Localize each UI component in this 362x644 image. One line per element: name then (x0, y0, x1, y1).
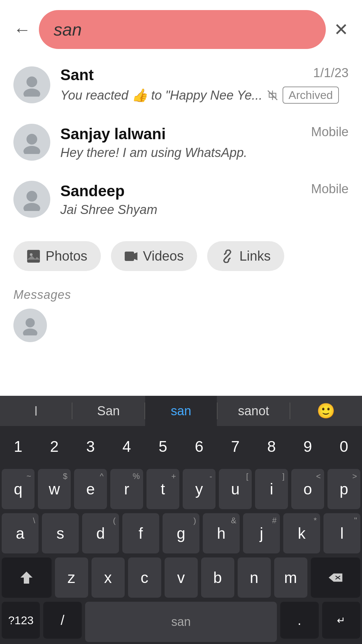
key-u[interactable]: [u (219, 469, 252, 509)
photos-label: Photos (46, 249, 87, 264)
suggestion-sanot[interactable]: sanot (218, 404, 289, 418)
videos-filter-button[interactable]: Videos (111, 241, 197, 271)
key-q[interactable]: ~q (2, 469, 35, 509)
contact-info-sant: Sant 1/1/23 You reacted 👍 to "Happy Nee … (60, 66, 349, 104)
contact-time-sanjay: Mobile (311, 125, 349, 139)
suggestion-san-lower[interactable]: san (145, 396, 217, 426)
key-9[interactable]: 9 (291, 428, 324, 465)
key-m[interactable]: m (274, 557, 307, 598)
back-button[interactable]: ← (13, 21, 31, 38)
search-input[interactable] (39, 10, 326, 49)
key-p[interactable]: >p (327, 469, 360, 509)
contact-name-sant: Sant (60, 66, 94, 84)
return-key[interactable]: ↵ (322, 602, 360, 639)
key-4[interactable]: 4 (110, 428, 143, 465)
key-k[interactable]: *k (283, 513, 320, 553)
contact-item-sanjay[interactable]: Sanjay lalwani Mobile Hey there! I am us… (0, 114, 362, 171)
archived-badge-sant: Archived (283, 87, 339, 104)
key-b[interactable]: b (201, 557, 234, 598)
key-h[interactable]: &h (203, 513, 240, 553)
svg-point-6 (23, 203, 40, 211)
key-v[interactable]: v (165, 557, 198, 598)
key-y[interactable]: -y (183, 469, 216, 509)
emoji-suggestion[interactable]: 🙂 (290, 402, 362, 420)
contact-time-sant: 1/1/23 (313, 66, 349, 80)
contact-preview-sanjay: Hey there! I am using WhatsApp. (60, 146, 349, 160)
key-8[interactable]: 8 (255, 428, 288, 465)
key-5[interactable]: 5 (146, 428, 179, 465)
backspace-key[interactable] (311, 557, 361, 598)
shift-key[interactable] (2, 557, 52, 598)
key-x[interactable]: x (92, 557, 125, 598)
messages-section: Messages (0, 281, 362, 345)
photos-filter-button[interactable]: Photos (13, 241, 101, 271)
contact-header-sant: Sant 1/1/23 (60, 66, 349, 84)
contact-name-sanjay: Sanjay lalwani (60, 125, 166, 143)
key-2[interactable]: 2 (38, 428, 71, 465)
slash-key[interactable]: / (43, 602, 81, 639)
keyboard: I San san sanot 🙂 1 2 3 4 5 6 7 8 9 0 ~q… (0, 396, 362, 644)
filter-row: Photos Videos Links (0, 231, 362, 281)
close-button[interactable]: ✕ (334, 19, 349, 40)
key-n[interactable]: n (238, 557, 271, 598)
contact-header-sandeep: Sandeep Mobile (60, 182, 349, 200)
photos-icon (27, 250, 40, 263)
contact-list: Sant 1/1/23 You reacted 👍 to "Happy Nee … (0, 56, 362, 228)
symbols-key[interactable]: ?123 (2, 602, 40, 639)
key-l[interactable]: "l (323, 513, 360, 553)
avatar (13, 66, 50, 103)
svg-point-8 (30, 253, 33, 256)
suggestion-san-capital[interactable]: San (72, 404, 144, 418)
cursor-suggestion[interactable]: I (0, 404, 72, 419)
svg-rect-7 (27, 250, 40, 263)
key-7[interactable]: 7 (219, 428, 252, 465)
key-0[interactable]: 0 (327, 428, 360, 465)
key-d[interactable]: (d (82, 513, 119, 553)
key-t[interactable]: +t (146, 469, 179, 509)
svg-point-13 (25, 318, 35, 327)
asdf-row: \a s (d f )g &h #j *k "l (0, 511, 362, 555)
contact-item-sandeep[interactable]: Sandeep Mobile Jai Shree Shyam (0, 171, 362, 228)
key-c[interactable]: c (128, 557, 161, 598)
header: ← ✕ (0, 0, 362, 56)
svg-line-12 (226, 255, 229, 258)
key-w[interactable]: $w (38, 469, 71, 509)
links-filter-button[interactable]: Links (207, 241, 284, 271)
svg-rect-10 (125, 252, 134, 261)
svg-point-1 (23, 89, 40, 97)
space-key[interactable]: san (85, 602, 277, 642)
key-1[interactable]: 1 (2, 428, 35, 465)
svg-point-5 (26, 191, 37, 202)
contact-info-sanjay: Sanjay lalwani Mobile Hey there! I am us… (60, 125, 349, 160)
zxcv-row: z x c v b n m (0, 555, 362, 600)
period-key[interactable]: . (280, 602, 318, 639)
key-6[interactable]: 6 (183, 428, 216, 465)
key-r[interactable]: %r (110, 469, 143, 509)
avatar (13, 124, 50, 161)
key-3[interactable]: 3 (74, 428, 107, 465)
messages-section-label: Messages (13, 288, 71, 302)
key-g[interactable]: )g (163, 513, 199, 553)
key-s[interactable]: s (42, 513, 79, 553)
key-a[interactable]: \a (2, 513, 39, 553)
svg-marker-15 (20, 572, 33, 584)
key-j[interactable]: #j (243, 513, 280, 553)
preview-text-sanjay: Hey there! I am using WhatsApp. (60, 146, 247, 160)
svg-marker-11 (134, 252, 137, 260)
key-e[interactable]: ^e (74, 469, 107, 509)
key-o[interactable]: <o (291, 469, 324, 509)
svg-point-3 (26, 134, 37, 145)
links-icon (221, 250, 234, 263)
message-preview[interactable] (13, 309, 349, 342)
key-i[interactable]: ]i (255, 469, 288, 509)
key-f[interactable]: f (122, 513, 159, 553)
cursor-icon: I (34, 404, 38, 419)
qwerty-row: ~q $w ^e %r +t -y [u ]i <o >p (0, 467, 362, 511)
suggestions-row: I San san sanot 🙂 (0, 396, 362, 426)
svg-point-4 (23, 146, 40, 154)
contact-preview-sandeep: Jai Shree Shyam (60, 203, 349, 217)
links-label: Links (239, 249, 270, 264)
contact-item-sant[interactable]: Sant 1/1/23 You reacted 👍 to "Happy Nee … (0, 56, 362, 114)
key-z[interactable]: z (55, 557, 88, 598)
videos-icon (124, 250, 138, 263)
